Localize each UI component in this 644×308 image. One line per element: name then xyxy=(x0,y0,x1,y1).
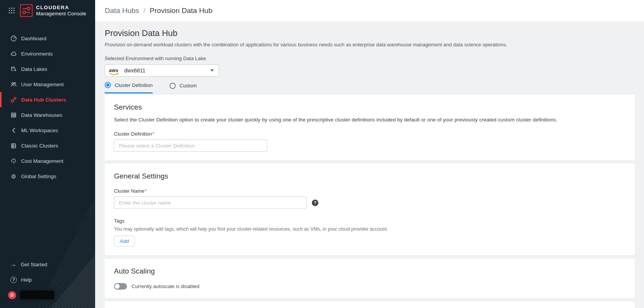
help-tooltip-icon[interactable]: ? xyxy=(312,200,318,206)
radio-cluster-definition[interactable]: Cluster Definition xyxy=(105,82,153,93)
stacked-layers-icon xyxy=(10,112,17,118)
sidebar-item-label: Global Settings xyxy=(21,174,56,179)
mode-options: Cluster Definition Custom xyxy=(105,82,635,93)
brand-subtitle: Management Console xyxy=(36,11,86,17)
brand-header: CLOUDERA Management Console xyxy=(0,0,95,17)
required-mark: * xyxy=(145,188,147,194)
general-settings-title: General Settings xyxy=(114,172,626,180)
add-tag-button[interactable]: Add xyxy=(114,236,135,247)
main-area: Data Hubs / Provision Data Hub Provision… xyxy=(95,0,644,308)
tags-label: Tags xyxy=(114,218,626,224)
sidebar-footer: → Get Started ? Help D xyxy=(0,257,95,303)
s-curve-icon xyxy=(10,127,17,134)
cluster-definition-label: Cluster Definition* xyxy=(114,131,626,137)
sidebar-item-label: Cost Management xyxy=(21,158,63,164)
user-name-redacted xyxy=(20,291,54,299)
radio-custom[interactable]: Custom xyxy=(170,82,197,93)
arrow-right-icon: → xyxy=(10,261,16,267)
sidebar-item-label: ML Workspaces xyxy=(21,128,58,133)
cluster-name-label: Cluster Name* xyxy=(114,188,626,194)
services-description: Select the Cluster Definition option to … xyxy=(114,117,626,123)
sidebar-item-label: Data Hub Clusters xyxy=(21,97,66,103)
sidebar-item-dashboard[interactable]: Dashboard xyxy=(0,31,95,46)
sidebar-nav: Dashboard Environments Data Lakes xyxy=(0,31,95,184)
page-title: Provision Data Hub xyxy=(105,28,635,38)
radio-icon xyxy=(105,82,111,88)
auto-scaling-toggle[interactable] xyxy=(114,283,127,290)
sidebar-item-label: Data Warehouses xyxy=(21,112,63,118)
cloud-icon xyxy=(10,51,17,57)
auto-scaling-title: Auto Scaling xyxy=(114,267,626,275)
sidebar-item-user-management[interactable]: User Management xyxy=(0,77,95,92)
breadcrumb-parent-link[interactable]: Data Hubs xyxy=(105,7,139,15)
auto-scaling-toggle-label: Currently autoscale is disabled xyxy=(132,283,199,289)
radio-label: Cluster Definition xyxy=(115,82,153,88)
breadcrumb-current: Provision Data Hub xyxy=(150,7,212,15)
sidebar-item-global-settings[interactable]: ⚙ Global Settings xyxy=(0,169,95,184)
avatar: D xyxy=(8,291,16,299)
gear-icon: ⚙ xyxy=(10,173,17,180)
dashboard-icon xyxy=(10,35,17,42)
sidebar-item-get-started[interactable]: → Get Started xyxy=(0,257,95,272)
sidebar-item-label: User Management xyxy=(21,82,64,87)
key-link-icon xyxy=(10,97,17,103)
radio-icon xyxy=(170,83,176,89)
required-mark: * xyxy=(152,131,154,137)
sidebar: CLOUDERA Management Console Dashboard En… xyxy=(0,0,95,308)
environment-select-label: Selected Environment with running Data L… xyxy=(105,56,635,61)
general-settings-section: General Settings Cluster Name* ? Tags Yo… xyxy=(105,164,635,255)
database-icon xyxy=(10,66,17,72)
cloudera-logo-icon xyxy=(20,4,33,17)
server-icon xyxy=(10,143,17,149)
sidebar-item-data-warehouses[interactable]: Data Warehouses xyxy=(0,107,95,123)
sidebar-item-ml-workspaces[interactable]: ML Workspaces xyxy=(0,123,95,138)
app-switcher-grid-icon[interactable] xyxy=(8,7,15,14)
sidebar-item-label: Data Lakes xyxy=(21,66,47,72)
brand-name: CLOUDERA xyxy=(36,5,86,11)
sidebar-item-cost-management[interactable]: $ Cost Management xyxy=(0,153,95,169)
services-section: Services Select the Cluster Definition o… xyxy=(105,95,635,160)
auto-scaling-section: Auto Scaling Currently autoscale is disa… xyxy=(105,259,635,298)
cluster-definition-select[interactable] xyxy=(114,139,267,152)
page-content: Provision Data Hub Provision on-demand w… xyxy=(95,21,644,308)
advanced-options-section: Advanced Options xyxy=(105,301,635,308)
sidebar-item-label: Classic Clusters xyxy=(21,143,58,149)
aws-logo-icon: aws xyxy=(109,67,120,74)
sidebar-item-label: Get Started xyxy=(21,262,47,267)
users-icon xyxy=(10,81,17,88)
sidebar-item-label: Environments xyxy=(21,51,53,57)
breadcrumb-separator: / xyxy=(143,7,145,15)
sidebar-item-environments[interactable]: Environments xyxy=(0,46,95,61)
page-description: Provision on-demand workload clusters wi… xyxy=(105,42,635,48)
sidebar-item-label: Help xyxy=(21,277,32,283)
sidebar-item-classic-clusters[interactable]: Classic Clusters xyxy=(0,138,95,153)
cloud-dollar-icon: $ xyxy=(10,158,17,164)
breadcrumb: Data Hubs / Provision Data Hub xyxy=(95,0,644,21)
cluster-name-input[interactable] xyxy=(114,197,306,209)
environment-selected-value: dwx6811 xyxy=(124,67,145,74)
svg-text:$: $ xyxy=(13,161,15,164)
sidebar-item-help[interactable]: ? Help xyxy=(0,272,95,287)
chevron-down-icon xyxy=(210,69,214,72)
sidebar-item-data-lakes[interactable]: Data Lakes xyxy=(0,61,95,77)
toggle-knob xyxy=(115,284,120,289)
sidebar-item-data-hub-clusters[interactable]: Data Hub Clusters xyxy=(0,92,95,107)
question-circle-icon: ? xyxy=(10,277,17,283)
user-menu[interactable]: D xyxy=(0,287,95,303)
environment-select[interactable]: aws dwx6811 xyxy=(105,64,219,77)
services-title: Services xyxy=(114,103,626,111)
tags-description: You may optionally add tags, which will … xyxy=(114,226,626,232)
radio-label: Custom xyxy=(180,83,197,88)
sidebar-item-label: Dashboard xyxy=(21,36,46,41)
